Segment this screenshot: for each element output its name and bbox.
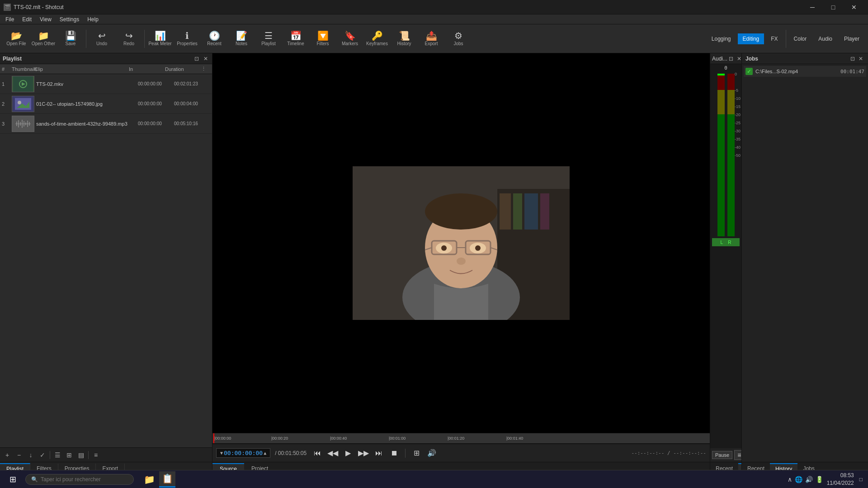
tray-chevron[interactable]: ∧ (788, 476, 792, 483)
mode-player-button[interactable]: Player (839, 33, 864, 44)
pl-in-2: 00:00:00:00 (138, 101, 174, 106)
scale-5: -5 (735, 88, 741, 96)
properties-button[interactable]: ℹ Properties (175, 26, 200, 52)
playlist-tiles-button[interactable]: ⊞ (64, 450, 75, 460)
transport-volume[interactable]: 🔊 (425, 447, 438, 460)
transport-skip-end[interactable]: ⏭ (373, 447, 385, 460)
tray-volume[interactable]: 🔊 (805, 476, 813, 483)
notes-icon: 📝 (236, 31, 247, 40)
keyframes-button[interactable]: 🔑 Keyframes (364, 26, 390, 52)
meter-peak-l (717, 74, 725, 75)
playlist-add-button[interactable]: + (2, 450, 13, 460)
maximize-button[interactable]: □ (823, 0, 844, 14)
filters-button[interactable]: 🔽 Filters (310, 26, 335, 52)
redo-button[interactable]: ↪ Redo (116, 26, 142, 52)
col-hash: # (2, 66, 12, 72)
menu-help[interactable]: Help (84, 15, 102, 23)
jobs-list: ✓ C:\Files...S-02.mp4 00:01:47 (742, 64, 868, 265)
markers-button[interactable]: 🔖 Markers (337, 26, 363, 52)
playlist-check-button[interactable]: ✓ (37, 450, 48, 460)
close-button[interactable]: ✕ (844, 0, 864, 14)
playlist-panel: Playlist ⊡ ✕ # Thumbnails Clip In Durati… (0, 53, 212, 474)
mode-logging-button[interactable]: Logging (707, 33, 736, 44)
search-input[interactable] (41, 476, 122, 483)
taskbar-time[interactable]: 08:53 11/04/2022 (827, 472, 854, 487)
svg-point-37 (457, 258, 466, 265)
transport-sep-1 (405, 449, 406, 458)
tray-network[interactable]: 🌐 (795, 476, 802, 483)
playlist-item-3[interactable]: 3 sands-of-time-ambien (0, 114, 212, 134)
preview-area (212, 53, 710, 433)
svg-point-27 (425, 193, 497, 230)
tc-up-arrow[interactable]: ▲ (264, 450, 266, 455)
taskbar-search-box[interactable]: 🔍 (25, 474, 134, 485)
transport-next-frame[interactable]: ▶▶ (357, 447, 370, 460)
menu-edit[interactable]: Edit (19, 15, 35, 23)
playlist-close-button[interactable]: ✕ (202, 55, 209, 62)
window-controls[interactable]: ─ □ ✕ (802, 0, 864, 14)
timeline-button[interactable]: 📅 Timeline (283, 26, 308, 52)
recent-label: Recent (207, 41, 222, 46)
save-icon: 💾 (65, 31, 76, 40)
playlist-button[interactable]: ☰ Playlist (256, 26, 281, 52)
history-button[interactable]: 📜 History (392, 26, 417, 52)
in-out-display: --:--:--:-- / --:--:--:-- (631, 450, 706, 456)
toolbar-sep-1 (86, 30, 86, 48)
transport-prev-frame[interactable]: ◀◀ (326, 447, 339, 460)
tc-down-arrow[interactable]: ▼ (220, 450, 223, 455)
playlist-detail-button[interactable]: ▤ (75, 450, 86, 460)
playlist-item-1[interactable]: 1 TTS-02.mkv 00:00:00:00 00:02:01:23 (0, 74, 212, 94)
show-desktop-button[interactable]: □ (858, 475, 864, 483)
mode-editing-button[interactable]: Editing (738, 33, 764, 44)
pl-num-2: 2 (2, 101, 12, 107)
menu-settings[interactable]: Settings (56, 15, 83, 23)
svg-rect-21 (513, 193, 522, 230)
playlist-list-button[interactable]: ☰ (52, 450, 63, 460)
audio-dock-button[interactable]: ⊡ (727, 55, 735, 62)
playlist-item-2[interactable]: 2 01C-02-- utopian-1574980.jpg 00:00:00:… (0, 94, 212, 114)
timecode-display[interactable]: ▼ 00:00:00:00 ▲ (216, 448, 270, 458)
mode-audio-button[interactable]: Audio (813, 33, 837, 44)
playlist-update-button[interactable]: ↓ (25, 450, 36, 460)
open-other-label: Open Other (32, 41, 55, 46)
mode-color-button[interactable]: Color (789, 33, 812, 44)
job-item-1: ✓ C:\Files...S-02.mp4 00:01:47 (744, 66, 866, 77)
pause-button[interactable]: Pause (712, 451, 732, 459)
recent-button[interactable]: 🕐 Recent (202, 26, 227, 52)
undo-button[interactable]: ↩ Undo (89, 26, 114, 52)
jobs-close-button[interactable]: ✕ (857, 55, 864, 62)
title-bar-left: 🎬 TTS-02.mlt - Shotcut (4, 4, 64, 11)
jobs-dock-button[interactable]: ⊡ (849, 55, 856, 62)
open-file-button[interactable]: 📂 Open File (4, 26, 29, 52)
playlist-menu-button[interactable]: ≡ (90, 450, 101, 460)
peak-meter-button[interactable]: 📊 Peak Meter (147, 26, 173, 52)
transport-play[interactable]: ▶ (342, 447, 354, 460)
menu-view[interactable]: View (36, 15, 55, 23)
pl-name-3: sands-of-time-ambient-432hz-99489.mp3 (36, 121, 138, 127)
jobs-icon: ⚙ (454, 31, 462, 40)
jobs-button[interactable]: ⚙ Jobs (446, 26, 471, 52)
transport-stop[interactable]: ⏹ (388, 447, 401, 460)
scale-20: -20 (735, 113, 741, 121)
menu-file[interactable]: File (2, 15, 18, 23)
peak-meter-label: Peak Meter (148, 41, 171, 46)
transport-skip-start[interactable]: ⏮ (311, 447, 324, 460)
export-button[interactable]: 📤 Export (419, 26, 444, 52)
mode-fx-button[interactable]: FX (766, 33, 783, 44)
minimize-button[interactable]: ─ (802, 0, 823, 14)
meter-green-r (727, 114, 735, 236)
system-tray: ∧ 🌐 🔊 🔋 (788, 476, 823, 483)
scale-10: -10 (735, 96, 741, 104)
audio-title: Audi... (712, 56, 727, 62)
open-other-button[interactable]: 📁 Open Other (31, 26, 56, 52)
taskbar-app-files[interactable]: 📁 (141, 471, 157, 488)
playlist-dock-button[interactable]: ⊡ (193, 55, 200, 62)
redo-label: Redo (123, 41, 134, 46)
save-button[interactable]: 💾 Save (58, 26, 83, 52)
notes-button[interactable]: 📝 Notes (229, 26, 254, 52)
tray-battery[interactable]: 🔋 (816, 476, 823, 483)
start-button[interactable]: ⊞ (4, 472, 22, 487)
transport-grid[interactable]: ⊞ (410, 447, 423, 460)
playlist-remove-button[interactable]: − (14, 450, 24, 460)
taskbar-app-tasks[interactable]: 📋 (159, 471, 175, 488)
